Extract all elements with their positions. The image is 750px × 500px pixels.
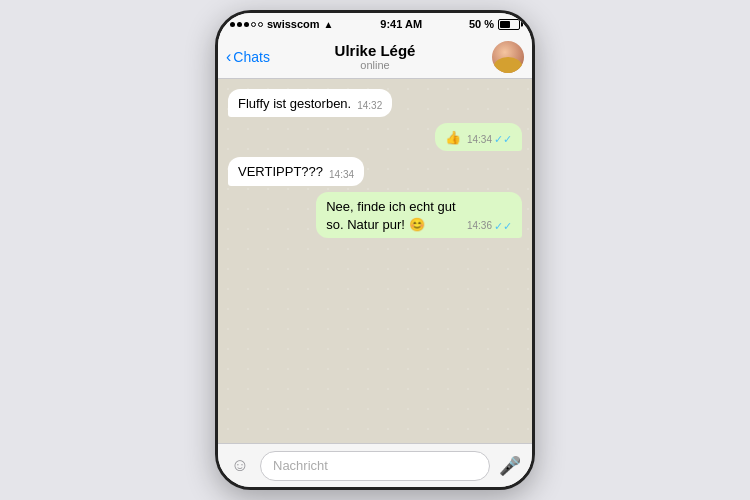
bubble-text: Nee, finde ich echt gut so. Natur pur! 😊 [326, 198, 461, 234]
emoji-button[interactable]: ☺ [226, 452, 254, 480]
battery-percent: 50 % [469, 18, 494, 30]
bubble-meta: 14:34✓✓ [467, 132, 512, 147]
avatar-image [492, 41, 524, 73]
avatar-hair [494, 57, 522, 73]
contact-name: Ulrike Légé [335, 42, 416, 59]
bubble: Nee, finde ich echt gut so. Natur pur! 😊… [316, 192, 522, 238]
battery-icon [498, 19, 520, 30]
wifi-icon: ▲ [324, 19, 334, 30]
status-right: 50 % [469, 18, 520, 30]
chat-area: Fluffy ist gestorben.14:32👍14:34✓✓VERTIP… [218, 79, 532, 443]
read-tick-icon: ✓✓ [494, 219, 512, 234]
signal-dots [230, 22, 263, 27]
message-row: VERTIPPT???14:34 [228, 157, 522, 185]
back-button[interactable]: ‹ Chats [226, 48, 270, 66]
message-row: 👍14:34✓✓ [228, 123, 522, 151]
input-bar: ☺ Nachricht 🎤 [218, 443, 532, 487]
phone-frame: swisscom ▲ 9:41 AM 50 % ‹ Chats Ulrike L… [215, 10, 535, 490]
time-label: 9:41 AM [380, 18, 422, 30]
bubble: VERTIPPT???14:34 [228, 157, 364, 185]
bubble-text: 👍 [445, 129, 461, 147]
back-label[interactable]: Chats [233, 49, 270, 65]
carrier-label: swisscom [267, 18, 320, 30]
contact-status: online [335, 59, 416, 71]
avatar[interactable] [492, 41, 524, 73]
bubble-meta: 14:34 [329, 168, 354, 182]
nav-center: Ulrike Légé online [335, 42, 416, 71]
bubble-meta: 14:36✓✓ [467, 219, 512, 234]
status-left: swisscom ▲ [230, 18, 334, 30]
bubble-text: VERTIPPT??? [238, 163, 323, 181]
mic-button[interactable]: 🎤 [496, 452, 524, 480]
chevron-left-icon: ‹ [226, 48, 231, 66]
status-bar: swisscom ▲ 9:41 AM 50 % [218, 13, 532, 35]
message-row: Fluffy ist gestorben.14:32 [228, 89, 522, 117]
bubble: 👍14:34✓✓ [435, 123, 522, 151]
bubble-meta: 14:32 [357, 99, 382, 113]
bubble-text: Fluffy ist gestorben. [238, 95, 351, 113]
message-input[interactable]: Nachricht [260, 451, 490, 481]
nav-bar: ‹ Chats Ulrike Légé online [218, 35, 532, 79]
read-tick-icon: ✓✓ [494, 132, 512, 147]
input-placeholder: Nachricht [273, 458, 328, 473]
message-row: Nee, finde ich echt gut so. Natur pur! 😊… [228, 192, 522, 238]
bubble: Fluffy ist gestorben.14:32 [228, 89, 392, 117]
